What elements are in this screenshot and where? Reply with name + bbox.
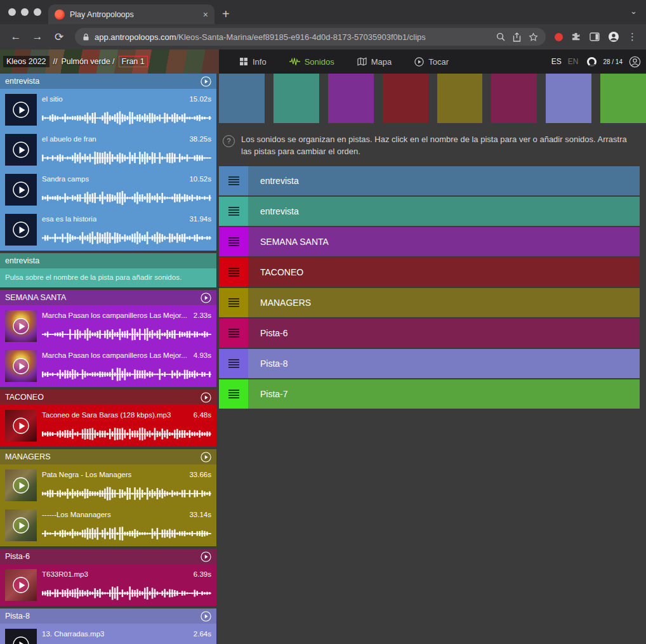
clip-thumbnail[interactable] (5, 214, 37, 246)
browser-menu-icon[interactable]: ⋮ (628, 31, 637, 43)
track-row[interactable]: SEMANA SANTA (219, 227, 640, 256)
browser-tab-strip: Play Antropoloops × + ⌄ (0, 0, 646, 24)
clip-thumbnail[interactable] (5, 134, 37, 166)
clip-thumbnail[interactable] (5, 310, 37, 342)
clip-quota-ring (587, 57, 597, 67)
back-button[interactable]: ← (6, 30, 25, 43)
clip-duration: 15.02s (189, 95, 211, 103)
clip-thumbnail[interactable] (5, 509, 37, 541)
clip-item[interactable]: el abuelo de fran38.25s (5, 134, 211, 166)
track-color-swatch (219, 74, 265, 123)
tab-close-icon[interactable]: × (203, 10, 208, 20)
track-row[interactable]: TACONEO (219, 258, 640, 287)
clip-thumbnail[interactable] (5, 94, 37, 126)
drag-handle[interactable] (219, 319, 248, 348)
browser-tab[interactable]: Play Antropoloops × (48, 4, 214, 24)
recording-extension-icon[interactable] (555, 33, 563, 41)
clip-item[interactable]: 13. Charradas.mp32.64s (5, 629, 211, 644)
play-track-button[interactable] (201, 611, 211, 622)
tracks-main-panel: ? Los sonidos se organizan en pistas. Ha… (219, 74, 646, 644)
clip-item[interactable]: Marcha Pasan los campanilleros Las Mejor… (5, 310, 211, 342)
track-header[interactable]: MANAGERS (0, 449, 216, 464)
track-row[interactable]: entrevista (219, 166, 640, 195)
track-header[interactable]: SEMANA SANTA (0, 290, 216, 305)
drag-handle[interactable] (219, 197, 248, 226)
clip-duration: 2.33s (194, 312, 211, 319)
clip-title: Marcha Pasan los campanilleros Las Mejor… (42, 312, 187, 319)
clip-thumbnail[interactable] (5, 569, 37, 601)
clip-play-icon (12, 181, 30, 199)
drag-handle[interactable] (219, 288, 248, 317)
zoom-icon[interactable] (496, 32, 505, 41)
clip-item[interactable]: ------Los Mananagers33.14s (5, 509, 211, 541)
track-row[interactable]: Pista-6 (219, 319, 640, 348)
new-tab-button[interactable]: + (222, 4, 230, 24)
drag-handle[interactable] (219, 166, 248, 195)
clip-item[interactable]: Taconeo de Sara Baras (128 kbps).mp36.48… (5, 410, 211, 442)
track-name: Pista-6 (5, 552, 201, 561)
tab-info[interactable]: Info (239, 57, 267, 67)
clip-thumbnail[interactable] (5, 470, 37, 501)
clip-thumbnail[interactable] (5, 350, 37, 382)
play-track-button[interactable] (201, 76, 211, 87)
address-bar[interactable]: app.antropoloops.com/Kleos-Santa-Marina/… (75, 28, 546, 46)
track-row[interactable]: MANAGERS (219, 288, 640, 317)
drag-handle[interactable] (219, 379, 248, 409)
drag-handle[interactable] (219, 227, 248, 256)
lang-es-button[interactable]: ES (551, 57, 562, 66)
track-row[interactable]: Pista-8 (219, 349, 640, 378)
track-color-strip (219, 74, 646, 123)
clip-thumbnail[interactable] (5, 629, 37, 644)
account-icon[interactable] (629, 56, 641, 68)
lang-en-button[interactable]: EN (568, 57, 579, 66)
track-header[interactable]: Pista-8 (0, 608, 216, 624)
reload-button[interactable]: ⟳ (49, 30, 69, 44)
window-close-button[interactable] (8, 8, 16, 16)
track-header[interactable]: entrevista (0, 253, 216, 268)
clip-item[interactable]: Sandra camps10.52s (5, 174, 211, 206)
clip-item[interactable]: T633R01.mp36.39s (5, 569, 211, 601)
bookmark-star-icon[interactable] (529, 32, 538, 42)
clip-thumbnail[interactable] (5, 174, 37, 206)
extensions-puzzle-icon[interactable] (571, 32, 581, 42)
drag-handle[interactable] (219, 349, 248, 378)
clip-duration: 4.93s (194, 352, 211, 359)
play-track-button[interactable] (201, 452, 211, 463)
tab-mapa[interactable]: Mapa (357, 57, 392, 67)
track-row[interactable]: Pista-7 (219, 379, 640, 409)
clip-item[interactable]: Marcha Pasan los campanilleros Las Mejor… (5, 350, 211, 382)
track-color-swatch (546, 74, 591, 123)
play-track-button[interactable] (201, 392, 211, 403)
tab-tocar[interactable]: Tocar (414, 57, 449, 67)
tab-sonidos[interactable]: Sonidos (289, 57, 334, 67)
play-track-button[interactable] (201, 551, 211, 562)
track-header[interactable]: TACONEO (0, 390, 216, 405)
clip-thumbnail[interactable] (5, 410, 37, 442)
track-row-label: TACONEO (260, 267, 303, 277)
window-minimize-button[interactable] (21, 8, 29, 16)
play-track-button[interactable] (201, 292, 211, 303)
profile-avatar-icon[interactable] (608, 31, 619, 43)
clip-duration: 6.48s (194, 411, 211, 419)
window-zoom-button[interactable] (34, 8, 41, 16)
track-header[interactable]: Pista-6 (0, 549, 216, 564)
clip-title: el abuelo de fran (42, 135, 96, 143)
forward-button[interactable]: → (28, 30, 47, 43)
clip-title: 13. Charradas.mp3 (42, 630, 104, 638)
sidebar-track: SEMANA SANTA Marcha Pasan los campanille… (0, 290, 216, 387)
clip-item[interactable]: esa es la historia31.94s (5, 214, 211, 246)
tab-search-chevron-icon[interactable]: ⌄ (630, 6, 637, 16)
breadcrumb-project[interactable]: Kleos 2022 (3, 56, 49, 67)
lock-icon (82, 33, 89, 41)
clip-play-icon (12, 476, 30, 494)
breadcrumb: Kleos 2022 // Pulmón verde / Fran 1 (3, 56, 148, 67)
drag-handle[interactable] (219, 258, 248, 287)
side-panel-icon[interactable] (590, 32, 600, 41)
share-icon[interactable] (513, 32, 521, 42)
track-header[interactable]: entrevista (0, 74, 216, 89)
track-row[interactable]: entrevista (219, 197, 640, 226)
clip-item[interactable]: Pata Negra - Los Managers33.66s (5, 470, 211, 501)
clip-item[interactable]: el sitio15.02s (5, 94, 211, 126)
clip-waveform (42, 486, 211, 501)
track-row-label: SEMANA SANTA (260, 237, 329, 247)
